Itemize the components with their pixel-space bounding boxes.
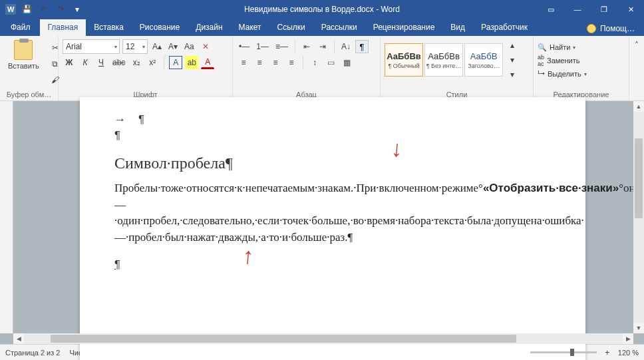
title-bar: W 💾 ↶ ↷ ▾ Невидимые символы в Ворде.docx… [0,0,644,19]
document-title: Невидимые символы в Ворде.docx - Word [244,5,400,14]
document-area: → ¶ ¶ Символ·пробела¶ Пробелы·тоже·относ… [0,101,644,344]
zoom-slider[interactable] [530,351,597,353]
group-paragraph: •— 1— ≡— ⇤ ⇥ A↓ ¶ ≡ ≡ ≡ ≡ ↕ ▭ ▦ Абзац [233,36,381,100]
scroll-right-icon[interactable]: ▶ [623,335,633,342]
underline-button[interactable]: Ч [94,56,108,69]
tab-review[interactable]: Рецензирование [365,19,443,36]
sort-button[interactable]: A↓ [339,40,353,53]
group-font: Arial 12 A▴ A▾ Aa ✕ Ж К Ч abc x₂ x² A ab… [59,36,233,100]
style-no-spacing[interactable]: АаБбВв ¶ Без инте… [424,43,463,77]
borders-button[interactable]: ▦ [340,56,353,69]
shrink-font-button[interactable]: A▾ [166,40,180,53]
align-left-button[interactable]: ≡ [237,56,250,69]
search-icon: 🔍 [538,43,547,52]
paste-button[interactable]: Вставить [4,39,43,71]
font-name-combo[interactable]: Arial [63,39,120,54]
tab-view[interactable]: Вид [442,19,473,36]
tab-mailings[interactable]: Рассылки [313,19,365,36]
tell-me[interactable]: Помощ… [583,24,644,36]
clear-format-button[interactable]: ✕ [199,40,212,53]
scroll-thumb-h[interactable] [51,335,516,343]
mark-bottom: ¶ [114,258,551,271]
group-clipboard: Вставить ✂ ⧉ 🖌 Буфер обм… [0,36,59,100]
zoom-in-button[interactable]: + [601,346,614,359]
font-size-combo[interactable]: 12 [122,39,148,54]
align-justify-button[interactable]: ≡ [285,56,298,69]
change-case-button[interactable]: Aa [182,40,196,53]
italic-button[interactable]: К [79,56,92,69]
line-spacing-button[interactable]: ↕ [308,56,321,69]
cursor-icon: ⮡ [538,70,545,78]
subscript-button[interactable]: x₂ [130,56,143,69]
mark-top: → ¶ [114,113,551,126]
heading: Символ·пробела¶ [114,154,551,172]
highlight-button[interactable]: ab [185,56,198,69]
vertical-scrollbar[interactable]: ▲ ▼ [633,101,644,333]
tab-design[interactable]: Дизайн [188,19,230,36]
multilevel-button[interactable]: ≡— [273,40,290,53]
close-button[interactable]: ✕ [617,0,644,19]
tab-developer[interactable]: Разработчик [473,19,536,36]
outdent-button[interactable]: ⇤ [300,40,313,53]
styles-more-button[interactable]: ▾ [506,68,519,81]
select-button[interactable]: ⮡Выделить▾ [538,68,625,80]
bold-fragment: «Отобразить·все·знаки» [483,182,619,194]
tab-insert[interactable]: Вставка [86,19,132,36]
font-color-button[interactable]: A [201,56,214,69]
body-paragraph: Пробелы·тоже·относятся·к·непечатаемым·зн… [114,180,551,246]
styles-down-button[interactable]: ▾ [506,53,519,67]
paste-icon [14,40,33,60]
shading-button[interactable]: ▭ [324,56,337,69]
redo-button[interactable]: ↷ [55,4,68,15]
indent-button[interactable]: ⇥ [316,40,329,53]
align-center-button[interactable]: ≡ [253,56,266,69]
page-indicator[interactable]: Страница 2 из 2 [5,349,60,357]
group-editing: 🔍Найти▾ abacЗаменить ⮡Выделить▾ Редактир… [534,36,629,100]
mark-pilcrow: ¶ [114,129,551,142]
tab-home[interactable]: Главная [40,19,86,36]
group-label: Буфер обм… [4,89,54,100]
maximize-button[interactable]: ❐ [591,0,617,19]
bulb-icon [587,24,596,33]
collapse-ribbon-button[interactable]: ˄ [630,39,643,52]
tab-references[interactable]: Ссылки [269,19,313,36]
show-marks-button[interactable]: ¶ [355,40,369,53]
find-button[interactable]: 🔍Найти▾ [538,41,625,53]
save-button[interactable]: 💾 [20,4,33,15]
scroll-down-icon[interactable]: ▼ [633,323,644,333]
page[interactable]: → ¶ ¶ Символ·пробела¶ Пробелы·тоже·относ… [80,97,585,360]
replace-button[interactable]: abacЗаменить [538,55,625,67]
horizontal-scrollbar[interactable]: ◀ ▶ [13,333,633,344]
zoom-value[interactable]: 120 % [618,349,639,357]
bullets-button[interactable]: •— [237,40,251,53]
tab-draw[interactable]: Рисование [132,19,188,36]
text-effects-button[interactable]: A [169,56,182,69]
styles-up-button[interactable]: ▴ [506,39,519,52]
group-styles: АаБбВв ¶ Обычный АаБбВв ¶ Без инте… АаБб… [381,36,534,100]
style-normal[interactable]: АаБбВв ¶ Обычный [385,43,423,77]
ribbon: Вставить ✂ ⧉ 🖌 Буфер обм… Arial 12 A▴ A▾… [0,36,644,101]
minimize-button[interactable]: — [564,0,591,19]
ribbon-tabs: Файл Главная Вставка Рисование Дизайн Ма… [0,19,644,36]
quick-access-toolbar: W 💾 ↶ ↷ ▾ [0,4,82,15]
svg-text:W: W [7,5,15,13]
grow-font-button[interactable]: A▴ [150,40,164,53]
numbering-button[interactable]: 1— [254,40,271,53]
replace-icon: abac [538,54,544,67]
scroll-thumb[interactable] [635,138,643,218]
strike-button[interactable]: abc [110,56,127,69]
scroll-up-icon[interactable]: ▲ [633,101,644,112]
vertical-ruler[interactable] [0,101,13,333]
bold-button[interactable]: Ж [63,56,76,69]
superscript-button[interactable]: x² [146,56,159,69]
align-right-button[interactable]: ≡ [269,56,282,69]
scroll-left-icon[interactable]: ◀ [13,335,24,342]
ribbon-collapse-button[interactable]: ▭ [538,0,564,19]
undo-button[interactable]: ↶ [37,4,51,15]
word-icon: W [5,4,16,15]
tab-file[interactable]: Файл [3,19,39,36]
style-heading1[interactable]: АаБбВ Заголово… [464,43,503,77]
qat-more-icon[interactable]: ▾ [72,4,82,15]
tab-layout[interactable]: Макет [231,19,269,36]
tell-me-label: Помощ… [600,24,635,33]
